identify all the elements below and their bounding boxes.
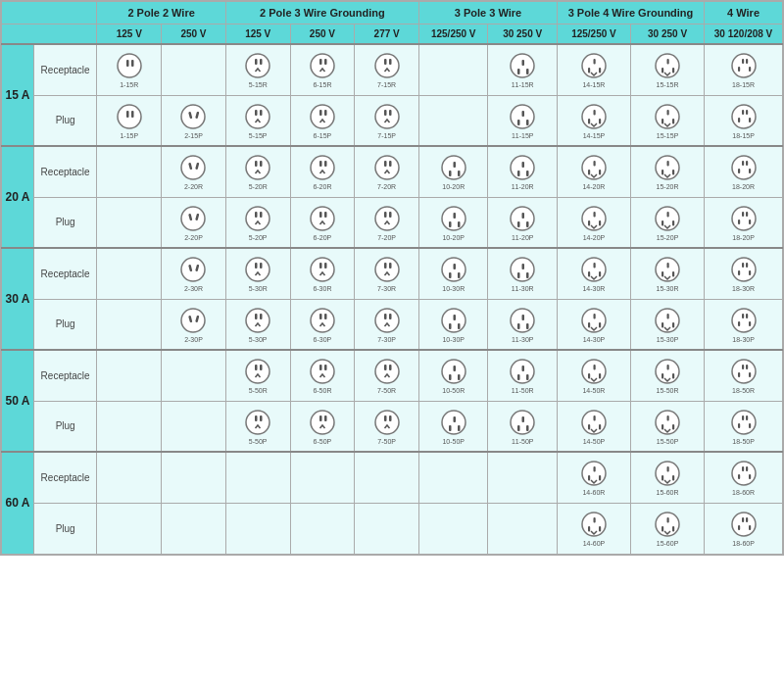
svg-rect-18 [599, 68, 601, 73]
svg-rect-71 [384, 161, 387, 167]
svg-rect-86 [662, 170, 663, 175]
outlet-cell: 5-30P [225, 299, 290, 350]
svg-rect-104 [384, 212, 387, 218]
voltage-header-3: 250 V [290, 24, 355, 45]
outlet-icon-wrapper: 18-15R [707, 51, 780, 88]
svg-rect-205 [453, 366, 456, 371]
svg-point-73 [442, 156, 466, 179]
outlet-code-label: 18-15P [732, 132, 755, 139]
svg-point-29 [118, 105, 141, 128]
outlet-code-label: 6-15R [313, 81, 331, 88]
svg-point-184 [656, 309, 679, 332]
svg-rect-31 [131, 111, 134, 118]
data-row: 60 AReceptacle 14-60R 15-60R 18-60R [2, 452, 783, 503]
svg-rect-120 [672, 220, 674, 226]
svg-point-139 [442, 258, 466, 281]
svg-point-253 [582, 462, 606, 485]
outlet-code-label: 5-30R [249, 285, 268, 292]
svg-rect-25 [738, 67, 740, 72]
outlet-icon-wrapper: 5-30R [228, 255, 288, 292]
svg-point-67 [311, 156, 334, 179]
outlet-code-label: 18-60P [732, 540, 755, 547]
outlet-code-label: 15-50R [657, 387, 679, 394]
svg-point-38 [311, 105, 334, 128]
svg-rect-84 [593, 161, 595, 167]
svg-point-206 [511, 360, 534, 383]
outlet-cell [97, 350, 162, 401]
svg-rect-255 [599, 475, 601, 481]
outlet-code-label: 15-15P [657, 132, 679, 139]
svg-rect-182 [599, 322, 601, 328]
svg-rect-259 [672, 475, 674, 481]
outlet-code-label: 7-30R [377, 285, 396, 292]
outlet-cell: 7-20P [355, 197, 419, 248]
outlet-cell: 11-50R [488, 350, 557, 401]
svg-point-52 [656, 105, 679, 128]
outlet-icon-wrapper: 11-50R [490, 357, 554, 394]
svg-point-64 [246, 156, 270, 179]
svg-rect-264 [742, 466, 744, 471]
outlet-code-label: 5-50R [249, 387, 268, 394]
outlet-cell: 11-15R [488, 44, 557, 95]
outlet-code-label: 6-20R [313, 183, 331, 190]
svg-rect-183 [593, 314, 595, 319]
outlet-cell: 11-15P [488, 95, 557, 146]
svg-point-35 [246, 105, 270, 128]
svg-point-12 [511, 54, 534, 77]
outlet-code-label: 6-15P [314, 132, 332, 139]
svg-rect-146 [522, 264, 525, 269]
svg-rect-252 [746, 415, 748, 420]
outlet-code-label: 10-50R [442, 387, 465, 394]
group-header-2-pole-3-wire-grounding: 2 Pole 3 Wire Grounding [225, 2, 418, 24]
svg-rect-76 [453, 162, 456, 168]
svg-rect-186 [672, 322, 674, 328]
svg-rect-269 [593, 517, 595, 523]
svg-rect-74 [449, 171, 452, 176]
outlet-cell: 6-50R [290, 350, 355, 401]
svg-point-85 [656, 156, 679, 179]
outlet-code-label: 15-20R [657, 183, 679, 190]
outlet-icon-wrapper: 5-50P [228, 408, 288, 445]
outlet-cell: 14-50R [557, 350, 630, 401]
svg-rect-207 [517, 374, 520, 380]
svg-rect-43 [389, 110, 392, 116]
svg-rect-23 [667, 59, 669, 65]
svg-rect-68 [319, 161, 322, 167]
svg-rect-191 [742, 314, 744, 318]
amp-label-60A: 60 A [2, 452, 34, 554]
svg-point-172 [442, 309, 466, 332]
outlet-icon-wrapper: 10-20P [421, 204, 485, 241]
svg-point-103 [375, 207, 399, 230]
svg-point-266 [582, 513, 606, 536]
svg-rect-116 [599, 220, 601, 226]
group-header-3-pole-4-wire-grounding: 3 Pole 4 Wire Grounding [557, 2, 704, 24]
svg-rect-60 [746, 110, 748, 115]
outlet-cell [97, 299, 162, 350]
svg-rect-164 [255, 314, 258, 319]
svg-point-210 [582, 360, 606, 383]
outlet-cell: 14-30R [557, 248, 630, 299]
outlet-icon-wrapper: 14-20R [560, 153, 628, 190]
voltage-header-5: 125/250 V [419, 24, 488, 45]
svg-rect-99 [260, 212, 263, 218]
outlet-icon-wrapper: 5-15P [228, 102, 288, 139]
svg-rect-185 [662, 322, 663, 328]
outlet-code-label: 18-15R [732, 81, 755, 88]
outlet-code-label: 14-30R [582, 285, 605, 292]
svg-rect-4 [255, 59, 258, 65]
outlet-cell: 5-15P [225, 95, 290, 146]
outlet-cell: 5-20P [225, 197, 290, 248]
outlet-cell: 14-20R [557, 146, 630, 197]
svg-rect-131 [255, 263, 258, 269]
type-label: Receptacle [33, 248, 97, 299]
outlet-cell [97, 503, 162, 554]
outlet-cell [488, 503, 557, 554]
svg-rect-109 [453, 213, 456, 219]
svg-point-9 [375, 54, 399, 77]
svg-rect-40 [324, 110, 327, 116]
svg-rect-158 [742, 263, 744, 268]
svg-rect-54 [672, 119, 674, 124]
svg-rect-242 [599, 424, 601, 430]
svg-rect-53 [662, 119, 663, 124]
svg-point-163 [246, 309, 270, 332]
